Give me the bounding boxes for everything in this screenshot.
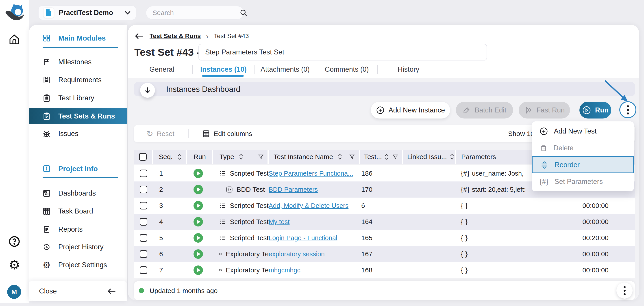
type-label: Scripted Test [230,170,269,177]
row-checkbox[interactable] [140,218,147,226]
sidebar-item-reports[interactable]: Reports [29,222,127,237]
sidebar-item-task-board[interactable]: Task Board [29,203,127,219]
left-rail: ⚙ M [0,0,29,303]
parameters-value: user_name: Josh, [472,170,524,177]
row-checkbox[interactable] [140,234,147,242]
tab-comments[interactable]: Comments (0) [316,63,378,76]
help-icon[interactable] [8,235,21,248]
clipboard-play-icon [42,112,51,120]
instance-link[interactable]: mhgcmhgc [269,267,300,274]
run-instance-button[interactable] [194,169,203,178]
edit-columns-button[interactable]: Edit columns [202,125,252,142]
run-instance-button[interactable] [194,266,203,275]
col-test-id[interactable]: Test... [360,150,403,164]
col-linked-issues[interactable]: Linked Issu... [403,150,456,164]
col-name[interactable]: Test Instance Name [269,150,360,164]
sidebar-item-label: Requirements [58,76,102,84]
avatar[interactable]: M [7,285,21,299]
run-instance-button[interactable] [194,249,203,259]
run-instance-button[interactable] [194,185,203,194]
reset-button[interactable]: ↻ Reset [146,125,174,142]
vertical-ellipsis-icon [627,105,629,114]
home-icon[interactable] [8,33,21,46]
sidebar-item-project-settings[interactable]: ⚙ Project Settings [29,257,127,273]
exploratory-test-icon [219,251,222,258]
sort-icon[interactable] [338,153,342,160]
test-id-value: 168 [360,266,403,274]
braces-icon: {#} [461,186,470,193]
test-id-value: 167 [360,250,403,258]
sort-icon[interactable] [177,153,182,160]
search-input[interactable] [152,9,240,17]
collapse-dashboard-button[interactable] [140,83,155,98]
menu-item-set-parameters[interactable]: {#} Set Parameters [532,173,634,190]
sidebar-item-milestones[interactable]: Milestones [29,54,127,70]
batch-edit-button[interactable]: Batch Edit [456,102,513,118]
duration-value: 00:00:00 [566,266,635,274]
instance-link[interactable]: Step Parameters Functiona... [269,170,353,177]
row-checkbox[interactable] [140,250,147,258]
select-all-checkbox[interactable] [139,153,147,161]
tab-history[interactable]: History [378,63,439,76]
sidebar-item-label: Project History [58,243,104,251]
instance-link[interactable]: exploratory session [269,251,325,258]
menu-item-reorder[interactable]: Reorder [532,156,634,173]
filter-funnel-icon[interactable] [392,154,398,160]
practitest-logo-icon[interactable] [4,2,27,25]
row-checkbox[interactable] [140,186,147,193]
sidebar-item-project-history[interactable]: Project History [29,239,127,255]
filter-funnel-icon[interactable] [258,154,264,160]
sidebar-item-test-sets-runs[interactable]: Test Sets & Runs [29,108,127,124]
more-actions-button[interactable] [619,101,636,118]
run-instance-button[interactable] [194,233,203,243]
breadcrumb-chevron-icon: › [206,32,208,40]
col-type[interactable]: Type [213,150,269,164]
col-seq[interactable]: Seq. [153,150,187,164]
add-new-instance-button[interactable]: Add New Instance [371,102,450,118]
sidebar-item-test-library[interactable]: Test Library [29,90,127,106]
show-per-page[interactable]: Show 10 [508,125,534,142]
sidebar-item-dashboards[interactable]: Dashboards [29,186,127,201]
type-label: Scripted Test [230,202,269,209]
pencil-icon [462,106,471,114]
search-icon[interactable] [240,9,248,17]
footer-more-button[interactable] [616,283,632,299]
row-checkbox[interactable] [140,170,147,177]
filter-funnel-icon[interactable] [349,154,355,160]
section-label: Project Info [58,165,98,173]
tab-general[interactable]: General [131,63,192,76]
sidebar-item-requirements[interactable]: Requirements [29,72,127,88]
col-run[interactable]: Run [187,150,213,164]
table-row: 7 Exploratory Te mhgcmhgc 168 { } 00:00:… [134,262,635,278]
sort-icon[interactable] [450,153,454,160]
type-cell: Scripted Test [213,202,269,209]
sort-icon[interactable] [238,153,244,160]
settings-gear-icon[interactable]: ⚙ [8,258,21,272]
menu-item-add-new-test[interactable]: Add New Test [532,123,634,140]
type-label: Exploratory Te [226,250,269,258]
tab-attachments[interactable]: Attachments (0) [254,63,316,76]
run-instance-button[interactable] [194,217,203,227]
test-set-name-input[interactable] [198,44,487,60]
run-instance-button[interactable] [194,201,203,210]
row-checkbox[interactable] [140,202,147,209]
instance-link[interactable]: Add, Modify & Delete Users [269,202,348,209]
back-arrow-icon[interactable] [134,32,144,40]
sidebar-item-issues[interactable]: Issues [29,126,127,142]
sort-icon[interactable] [384,153,389,160]
sidebar-item-label: Test Library [58,94,94,102]
instance-link[interactable]: BDD Parameters [269,186,318,193]
sidebar-close-button[interactable]: Close [29,281,127,301]
menu-item-label: Reorder [554,161,580,169]
fast-run-button[interactable]: Fast Run [519,102,570,118]
project-selector[interactable]: PractiTest Demo [38,5,136,20]
tab-instances[interactable]: Instances (10) [193,63,254,76]
breadcrumb-root-link[interactable]: Test Sets & Runs [150,32,201,40]
row-checkbox[interactable] [140,266,147,274]
parameters-value: start: 20,eat: 5,left: [472,186,526,193]
instance-link[interactable]: My test [269,218,290,225]
run-button[interactable]: Run [580,102,611,118]
menu-item-delete[interactable]: Delete [532,140,634,156]
select-all-cell [134,150,153,164]
instance-link[interactable]: Login Page - Functional [269,234,337,242]
